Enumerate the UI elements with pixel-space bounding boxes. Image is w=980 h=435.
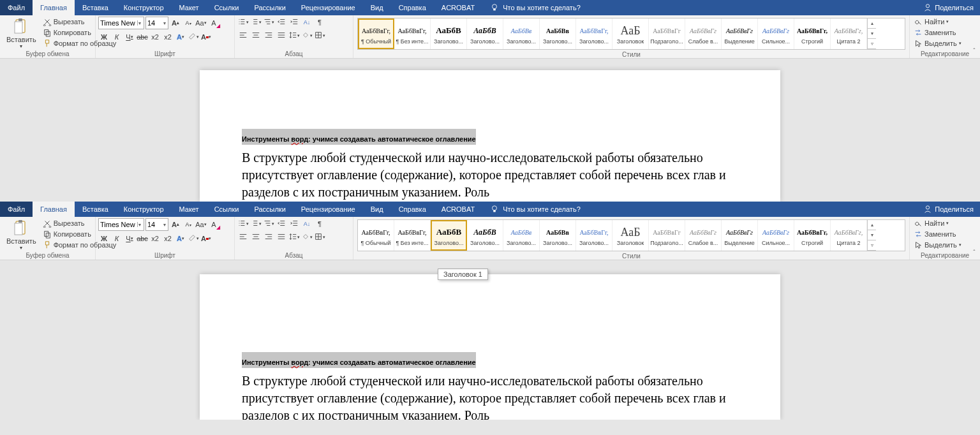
increase-indent-button[interactable] (288, 17, 300, 28)
style-item-5[interactable]: АаБбВвЗаголово... (540, 18, 576, 49)
superscript-button[interactable]: x2 (162, 233, 174, 244)
subscript-button[interactable]: x2 (149, 233, 161, 244)
highlight-button[interactable]: ▾ (188, 233, 199, 244)
tab-review[interactable]: Рецензирование (293, 202, 363, 217)
style-item-11[interactable]: АаБбВвГгСильное... (758, 220, 794, 251)
align-right-button[interactable] (263, 232, 274, 243)
heading-selected[interactable]: Инструменты ворд: учимся создавать автом… (242, 352, 476, 368)
tab-home[interactable]: Главная (33, 0, 75, 15)
bullets-button[interactable]: ▾ (237, 218, 249, 230)
styles-gallery[interactable]: АаБбВвГг,¶ ОбычныйАаБбВвГг,¶ Без инте...… (357, 18, 905, 50)
show-marks-button[interactable]: ¶ (314, 17, 325, 28)
style-item-8[interactable]: АаБбВвГгПодзаголо... (649, 220, 685, 251)
style-item-4[interactable]: АаБбВвЗаголово... (503, 220, 540, 251)
tab-references[interactable]: Ссылки (207, 202, 247, 217)
collapse-ribbon-button[interactable]: ˆ (970, 48, 979, 57)
italic-button[interactable]: К (111, 31, 122, 43)
font-name-select[interactable]: ▾ (98, 218, 144, 231)
underline-button[interactable]: Ч▾ (124, 31, 135, 43)
style-item-4[interactable]: АаБбВвЗаголово... (503, 18, 540, 49)
style-item-13[interactable]: АаБбВвГг,Цитата 2 (831, 220, 867, 251)
tab-file[interactable]: Файл (0, 202, 33, 217)
align-left-button[interactable] (237, 232, 249, 243)
shrink-font-button[interactable]: A▾ (182, 17, 194, 29)
shading-button[interactable]: ▾ (301, 30, 313, 41)
tab-help[interactable]: Справка (391, 0, 434, 15)
bold-button[interactable]: Ж (98, 31, 110, 43)
italic-button[interactable]: К (111, 233, 122, 244)
body-paragraph[interactable]: В структуре любой студенческой или научн… (242, 372, 738, 420)
tab-design[interactable]: Конструктор (116, 0, 172, 15)
tab-layout[interactable]: Макет (172, 0, 207, 15)
tab-help[interactable]: Справка (391, 202, 434, 217)
tab-layout[interactable]: Макет (172, 202, 207, 217)
style-item-5[interactable]: АаБбВвЗаголово... (540, 220, 576, 251)
find-button[interactable]: Найти ▾ (912, 218, 963, 228)
select-button[interactable]: Выделить ▾ (912, 240, 963, 250)
style-item-7[interactable]: АаБЗаголовок (612, 220, 649, 251)
select-button[interactable]: Выделить ▾ (912, 38, 963, 48)
sort-button[interactable]: A↓ (301, 218, 313, 230)
strike-button[interactable]: abc (137, 31, 148, 43)
tab-references[interactable]: Ссылки (207, 0, 247, 15)
clear-format-button[interactable]: A◢ (208, 17, 219, 29)
line-spacing-button[interactable]: ▾ (288, 232, 300, 243)
tab-mailings[interactable]: Рассылки (246, 0, 293, 15)
align-right-button[interactable] (263, 30, 274, 41)
style-item-12[interactable]: АаБбВвГг,Строгий (794, 18, 831, 49)
grow-font-button[interactable]: A▴ (170, 17, 181, 29)
change-case-button[interactable]: Aa▾ (195, 17, 207, 29)
page[interactable]: Инструменты ворд: учимся создавать автом… (200, 70, 780, 202)
font-name-select[interactable]: ▾ (98, 17, 144, 29)
align-center-button[interactable] (250, 232, 262, 243)
borders-button[interactable]: ▾ (314, 30, 325, 41)
style-item-7[interactable]: АаБЗаголовок (612, 18, 649, 49)
style-item-10[interactable]: АаБбВвГгВыделение (722, 18, 758, 49)
paste-button[interactable]: Вставить▾ (3, 218, 40, 252)
tab-view[interactable]: Вид (363, 0, 391, 15)
share-button[interactable]: Поделиться (917, 3, 980, 12)
style-item-6[interactable]: АаБбВвГг,Заголово... (576, 18, 612, 49)
justify-button[interactable] (276, 30, 287, 41)
replace-button[interactable]: Заменить (912, 27, 963, 38)
justify-button[interactable] (276, 232, 287, 243)
borders-button[interactable]: ▾ (314, 232, 325, 243)
style-item-1[interactable]: АаБбВвГг,¶ Без инте... (394, 220, 431, 251)
change-case-button[interactable]: Aa▾ (195, 219, 207, 230)
tab-tellme[interactable]: Что вы хотите сделать? (482, 0, 588, 15)
style-item-3[interactable]: АаБбВЗаголово... (467, 18, 503, 49)
decrease-indent-button[interactable] (276, 17, 287, 28)
text-effects-button[interactable]: A▾ (175, 31, 186, 43)
show-marks-button[interactable]: ¶ (314, 218, 325, 230)
multilevel-button[interactable]: ▾ (263, 17, 274, 28)
tab-acrobat[interactable]: ACROBAT (434, 202, 482, 217)
style-item-3[interactable]: АаБбВЗаголово... (467, 220, 503, 251)
shading-button[interactable]: ▾ (301, 232, 313, 243)
font-color-button[interactable]: A▾ (200, 233, 212, 244)
style-item-0[interactable]: АаБбВвГг,¶ Обычный (358, 18, 394, 49)
heading-selected[interactable]: Инструменты ворд: учимся создавать автом… (242, 129, 476, 145)
styles-scroll[interactable]: ▴▾▿ (867, 18, 876, 49)
tab-acrobat[interactable]: ACROBAT (434, 0, 482, 15)
highlight-button[interactable]: ▾ (188, 31, 199, 43)
tab-home[interactable]: Главная (33, 202, 75, 217)
subscript-button[interactable]: x2 (149, 31, 161, 43)
share-button[interactable]: Поделиться (917, 205, 980, 214)
font-color-button[interactable]: A▾ (200, 31, 212, 43)
underline-button[interactable]: Ч▾ (124, 233, 135, 244)
bold-button[interactable]: Ж (98, 233, 110, 244)
tab-insert[interactable]: Вставка (75, 202, 116, 217)
superscript-button[interactable]: x2 (162, 31, 174, 43)
tab-view[interactable]: Вид (363, 202, 391, 217)
clear-format-button[interactable]: A◢ (208, 219, 219, 230)
font-size-select[interactable]: ▾ (145, 17, 168, 29)
style-item-0[interactable]: АаБбВвГг,¶ Обычный (358, 220, 394, 251)
text-effects-button[interactable]: A▾ (175, 233, 186, 244)
paste-button[interactable]: Вставить▾ (3, 17, 40, 50)
replace-button[interactable]: Заменить (912, 229, 963, 239)
tab-tellme[interactable]: Что вы хотите сделать? (482, 202, 588, 217)
numbering-button[interactable]: ▾ (250, 218, 262, 230)
grow-font-button[interactable]: A▴ (170, 219, 181, 230)
bullets-button[interactable]: ▾ (237, 17, 249, 28)
style-item-13[interactable]: АаБбВвГг,Цитата 2 (831, 18, 867, 49)
